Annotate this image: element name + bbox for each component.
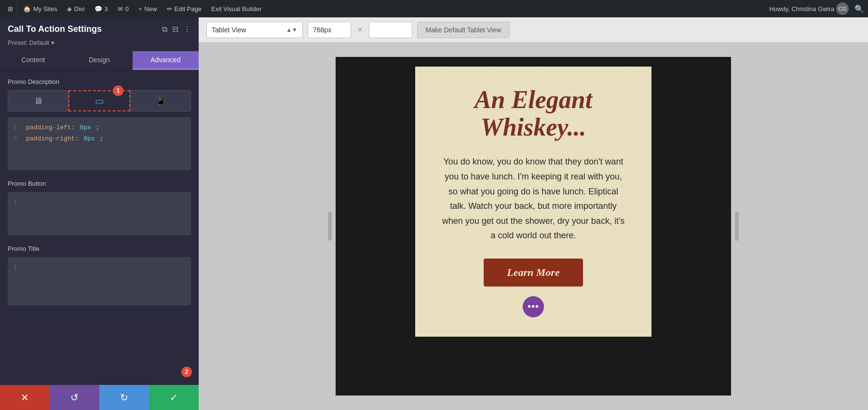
panel-preset[interactable]: Preset: Default ▾	[0, 38, 199, 51]
mobile-btn[interactable]: 📱	[130, 90, 191, 111]
close-dim-icon[interactable]: ×	[356, 26, 364, 34]
comment-icon: 💬	[95, 5, 102, 13]
promo-description-section: Promo Description 🖥 ▭ 📱	[8, 78, 191, 170]
messages-btn[interactable]: ✉ 0	[114, 0, 133, 17]
tab-advanced[interactable]: Advanced	[133, 51, 199, 70]
code-semi-1: ;	[96, 122, 100, 133]
canvas-toolbar: Tablet View ▲▼ × Make Default Tablet Vie…	[199, 17, 868, 42]
more-options-icon[interactable]: ⋮	[183, 25, 191, 34]
code-line-2: 2 padding-right: 0px;	[14, 133, 185, 144]
badge-2: 2	[181, 367, 192, 377]
device-toggles: 🖥 ▭ 📱	[8, 90, 191, 111]
user-greeting: Howdy, Christina Gwira	[769, 5, 834, 13]
panel-header-icons: ⧉ ⊟ ⋮	[162, 25, 191, 34]
divi-icon: ◈	[67, 5, 72, 13]
tablet-icon: ▭	[95, 95, 104, 107]
dimension-input[interactable]	[308, 22, 351, 38]
desktop-btn[interactable]: 🖥	[8, 90, 68, 111]
exit-builder-btn[interactable]: Exit Visual Builder	[207, 0, 266, 17]
mobile-icon: 📱	[155, 96, 166, 106]
code-prop-1: padding-left:	[26, 122, 75, 133]
panel-tabs: Content Design Advanced	[0, 51, 199, 70]
wp-logo-icon: ⊞	[8, 5, 13, 13]
new-btn[interactable]: + New	[135, 0, 161, 17]
line-num-btn: 1	[14, 197, 21, 208]
dots-icon: •••	[528, 301, 539, 312]
code-line-1: 1 padding-left: 0px;	[14, 122, 185, 133]
save-icon: ✓	[170, 392, 178, 403]
panel-title: Call To Action Settings	[8, 24, 102, 34]
promo-description-label: Promo Description	[8, 78, 191, 85]
promo-button-section: Promo Button 1	[8, 180, 191, 235]
home-icon: 🏠	[23, 5, 31, 13]
canvas-area: Tablet View ▲▼ × Make Default Tablet Vie…	[199, 17, 868, 410]
code-line-btn-1: 1	[14, 197, 185, 208]
promo-title-label: Promo Title	[8, 245, 191, 252]
promo-button-css-editor[interactable]: 1	[8, 192, 191, 235]
user-avatar[interactable]: CG	[836, 2, 849, 15]
top-bar: ⊞ 🏠 My Sites ◈ Divi 💬 3 ✉ 0 + New ✏ Edit…	[0, 0, 868, 17]
edit-page-btn[interactable]: ✏ Edit Page	[163, 0, 205, 17]
code-val-1: 0px	[80, 122, 91, 133]
code-val-2: 0px	[83, 133, 95, 144]
mail-icon: ✉	[118, 5, 123, 13]
cancel-button[interactable]: ✕	[0, 385, 50, 410]
topbar-right: Howdy, Christina Gwira CG 🔍	[769, 2, 864, 15]
cta-card: An Elegant Whiskey... You do know, you d…	[415, 67, 651, 337]
comments-btn[interactable]: 💬 3	[91, 0, 112, 17]
line-num-title: 1	[14, 262, 21, 273]
code-prop-2: padding-right:	[26, 133, 79, 144]
tab-content[interactable]: Content	[0, 51, 66, 70]
badge-1: 1	[113, 85, 123, 96]
panel-actions: ✕ ↺ ↻ ✓	[0, 385, 199, 410]
cta-body: You do know, you do know that they don't…	[439, 154, 627, 243]
canvas-scroll[interactable]: An Elegant Whiskey... You do know, you d…	[199, 42, 868, 410]
redo-button[interactable]: ↻	[99, 385, 149, 410]
make-default-btn[interactable]: Make Default Tablet View	[417, 22, 509, 38]
save-button[interactable]: ✓	[149, 385, 199, 410]
tab-design[interactable]: Design	[66, 51, 132, 70]
code-semi-2: ;	[100, 133, 104, 144]
cta-more-options-btn[interactable]: •••	[523, 296, 544, 317]
preset-chevron: ▾	[51, 39, 54, 46]
maximize-icon[interactable]: ⧉	[162, 25, 167, 34]
my-sites-btn[interactable]: 🏠 My Sites	[19, 0, 61, 17]
resize-handle-left[interactable]	[328, 212, 332, 241]
edit-icon: ✏	[167, 5, 172, 13]
view-label: Tablet View	[212, 26, 283, 34]
promo-description-css-editor[interactable]: 1 padding-left: 0px; 2 padding-right: 0p…	[8, 117, 191, 170]
promo-title-section: Promo Title 1	[8, 245, 191, 305]
line-num-2: 2	[14, 133, 21, 144]
undo-icon: ↺	[70, 392, 79, 403]
dimension-extra-field[interactable]	[369, 22, 412, 38]
page-preview: An Elegant Whiskey... You do know, you d…	[336, 57, 731, 396]
line-num-1: 1	[14, 122, 21, 133]
desktop-icon: 🖥	[34, 96, 42, 106]
panel-header: Call To Action Settings ⧉ ⊟ ⋮	[0, 17, 199, 38]
plus-icon: +	[138, 5, 142, 13]
main-layout: Call To Action Settings ⧉ ⊟ ⋮ Preset: De…	[0, 17, 868, 410]
cta-title: An Elegant Whiskey...	[439, 86, 627, 141]
resize-handle-right[interactable]	[735, 212, 739, 241]
search-icon[interactable]: 🔍	[854, 4, 864, 14]
promo-button-label: Promo Button	[8, 180, 191, 187]
panel-content: Promo Description 🖥 ▭ 📱	[0, 70, 199, 385]
wp-icon-btn[interactable]: ⊞	[4, 0, 17, 17]
view-selector[interactable]: Tablet View ▲▼	[206, 22, 303, 38]
code-line-title-1: 1	[14, 262, 185, 273]
cancel-icon: ✕	[21, 392, 29, 403]
undo-button[interactable]: ↺	[50, 385, 99, 410]
view-selector-arrow: ▲▼	[286, 27, 298, 33]
cta-learn-more-button[interactable]: Learn More	[484, 259, 583, 287]
promo-title-css-editor[interactable]: 1	[8, 257, 191, 305]
redo-icon: ↻	[120, 392, 128, 403]
left-panel: Call To Action Settings ⧉ ⊟ ⋮ Preset: De…	[0, 17, 199, 410]
columns-icon[interactable]: ⊟	[172, 25, 178, 34]
divi-btn[interactable]: ◈ Divi	[63, 0, 89, 17]
